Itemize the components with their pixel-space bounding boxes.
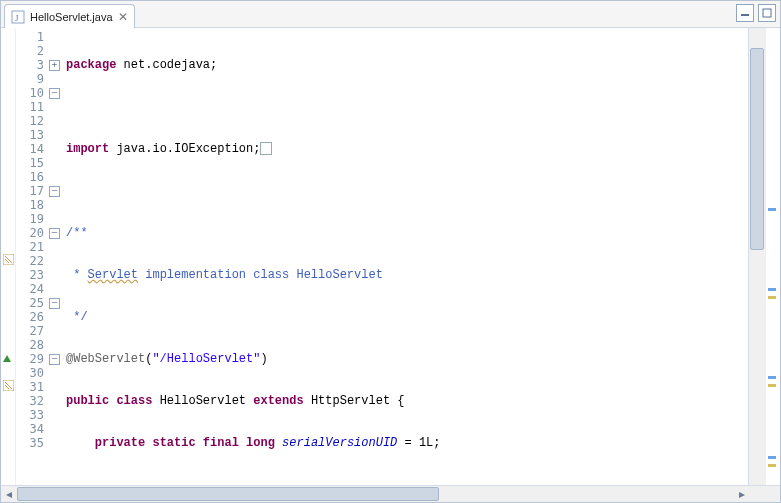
- line-number: 32: [16, 394, 48, 408]
- line-number: 30: [16, 366, 48, 380]
- editor-body: 1 2 3 9 10 11 12 13 14 15 16 17 18 19 20…: [1, 28, 780, 485]
- overview-mark: [768, 296, 776, 299]
- scroll-left-button[interactable]: ◂: [1, 487, 17, 501]
- fold-collapse-icon[interactable]: [49, 298, 60, 309]
- overview-mark: [768, 288, 776, 291]
- line-number-gutter[interactable]: 1 2 3 9 10 11 12 13 14 15 16 17 18 19 20…: [16, 28, 48, 485]
- tab-filename: HelloServlet.java: [30, 11, 113, 23]
- line-number: 16: [16, 170, 48, 184]
- line-number: 22: [16, 254, 48, 268]
- code-line: @WebServlet("/HelloServlet"): [62, 352, 748, 366]
- close-tab-icon[interactable]: ✕: [118, 10, 128, 24]
- overview-mark: [768, 384, 776, 387]
- line-number: 27: [16, 324, 48, 338]
- code-line: * Servlet implementation class HelloServ…: [62, 268, 748, 282]
- override-marker-icon: [3, 355, 11, 362]
- line-number: 13: [16, 128, 48, 142]
- line-number: 2: [16, 44, 48, 58]
- line-number: 3: [16, 58, 48, 72]
- editor-pane: J HelloServlet.java ✕ 1 2 3 9 10 11 12 1…: [0, 0, 781, 503]
- warning-marker-icon: [3, 254, 14, 265]
- maximize-view-button[interactable]: [758, 4, 776, 22]
- line-number: 33: [16, 408, 48, 422]
- line-number: 25: [16, 296, 48, 310]
- code-line: */: [62, 310, 748, 324]
- fold-expand-icon[interactable]: [49, 60, 60, 71]
- code-line: /**: [62, 226, 748, 240]
- folded-region-icon[interactable]: [260, 142, 272, 155]
- svg-rect-2: [741, 14, 749, 16]
- overview-mark: [768, 464, 776, 467]
- java-file-icon: J: [11, 10, 25, 24]
- minimize-view-button[interactable]: [736, 4, 754, 22]
- line-number: 10: [16, 86, 48, 100]
- overview-mark: [768, 456, 776, 459]
- line-number: 18: [16, 198, 48, 212]
- line-number: 24: [16, 282, 48, 296]
- overview-mark: [768, 208, 776, 211]
- line-number: 29: [16, 352, 48, 366]
- line-number: 23: [16, 268, 48, 282]
- editor-tab[interactable]: J HelloServlet.java ✕: [4, 4, 135, 28]
- vertical-scrollbar[interactable]: [748, 28, 765, 485]
- warning-marker-icon: [3, 380, 14, 391]
- code-area[interactable]: package net.codejava; import java.io.IOE…: [62, 28, 748, 485]
- overview-ruler[interactable]: [765, 28, 780, 485]
- fold-collapse-icon[interactable]: [49, 228, 60, 239]
- fold-collapse-icon[interactable]: [49, 186, 60, 197]
- line-number: 26: [16, 310, 48, 324]
- view-toolbar: [736, 4, 776, 22]
- horizontal-scrollbar[interactable]: ◂ ▸: [1, 485, 780, 502]
- line-number: 28: [16, 338, 48, 352]
- scrollbar-thumb[interactable]: [17, 487, 439, 501]
- line-number: 9: [16, 72, 48, 86]
- line-number: 14: [16, 142, 48, 156]
- line-number: 34: [16, 422, 48, 436]
- line-number: 12: [16, 114, 48, 128]
- code-line: package net.codejava;: [62, 58, 748, 72]
- line-number: 17: [16, 184, 48, 198]
- scrollbar-track[interactable]: [17, 487, 734, 501]
- code-line: public class HelloServlet extends HttpSe…: [62, 394, 748, 408]
- overview-mark: [768, 376, 776, 379]
- line-number: 20: [16, 226, 48, 240]
- line-number: 19: [16, 212, 48, 226]
- fold-collapse-icon[interactable]: [49, 354, 60, 365]
- svg-rect-3: [763, 9, 771, 17]
- code-line: import java.io.IOException;: [62, 142, 748, 156]
- line-number: 1: [16, 30, 48, 44]
- scrollbar-thumb[interactable]: [750, 48, 764, 250]
- code-line: [62, 478, 748, 485]
- fold-collapse-icon[interactable]: [49, 88, 60, 99]
- line-number: 21: [16, 240, 48, 254]
- code-line: [62, 184, 748, 198]
- svg-text:J: J: [15, 13, 19, 23]
- line-number: 31: [16, 380, 48, 394]
- line-number: 11: [16, 100, 48, 114]
- code-line: private static final long serialVersionU…: [62, 436, 748, 450]
- code-line: [62, 100, 748, 114]
- line-number: 15: [16, 156, 48, 170]
- tab-bar: J HelloServlet.java ✕: [1, 1, 780, 28]
- line-number: 35: [16, 436, 48, 450]
- scroll-right-button[interactable]: ▸: [734, 487, 750, 501]
